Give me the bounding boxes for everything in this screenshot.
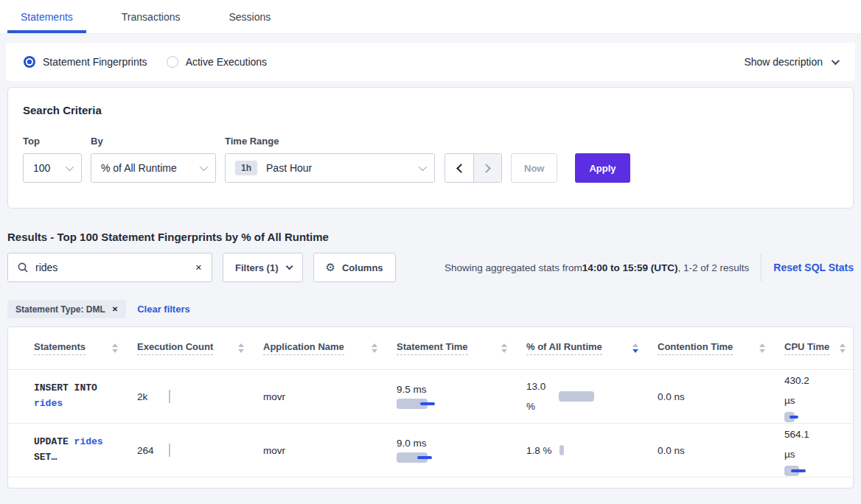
search-icon <box>18 262 28 273</box>
column-header-execution-count[interactable]: Execution Count <box>137 341 263 355</box>
view-mode-panel: Statement Fingerprints Active Executions… <box>6 43 855 81</box>
time-range-label: Time Range <box>225 136 435 147</box>
remove-filter-icon[interactable]: ✕ <box>112 305 118 313</box>
cpu-time-bar <box>784 466 843 476</box>
search-criteria-card: Search Criteria Top 100 By % of All Runt… <box>7 87 854 209</box>
stats-prefix: Showing aggregated stats from <box>445 262 582 273</box>
results-controls-row: ✕ Filters (1) ⚙ Columns Showing aggregat… <box>7 253 854 282</box>
contention-time-cell: 0.0 ns <box>658 445 784 456</box>
previous-time-range-button[interactable] <box>445 154 473 182</box>
statement-time-bar <box>397 399 456 409</box>
statement-cell: UPDATE rides SET… <box>34 435 122 466</box>
tab-statements[interactable]: Statements <box>7 0 86 33</box>
stats-time-range: 14:00 to 15:59 (UTC) <box>582 262 678 273</box>
cpu-time-cell: 564.1 µs <box>784 424 853 476</box>
application-name-cell: movr <box>263 445 397 456</box>
column-header-statements[interactable]: Statements <box>34 341 137 355</box>
vertical-divider <box>761 253 761 281</box>
pct-of-all-runtime-cell: 13.0 % <box>526 377 658 416</box>
columns-button[interactable]: ⚙ Columns <box>313 253 396 282</box>
apply-button[interactable]: Apply <box>575 153 630 183</box>
application-name-cell: movr <box>263 391 397 402</box>
pct-of-all-runtime-cell: 1.8 % <box>526 445 658 456</box>
time-range-value: Past Hour <box>266 162 312 174</box>
radio-statement-fingerprints-label: Statement Fingerprints <box>43 56 147 68</box>
search-criteria-title: Search Criteria <box>23 104 838 116</box>
filters-button-label: Filters (1) <box>235 262 279 273</box>
next-row-cutoff <box>8 477 853 488</box>
chevron-right-icon <box>481 164 491 173</box>
column-header-application-name[interactable]: Application Name <box>263 341 397 355</box>
results-heading: Results - Top 100 Statement Fingerprints… <box>7 231 854 243</box>
tab-transactions[interactable]: Transactions <box>108 0 194 33</box>
chevron-down-icon <box>285 262 293 270</box>
gear-icon: ⚙ <box>326 261 335 274</box>
tab-sessions[interactable]: Sessions <box>215 0 284 33</box>
chevron-down-icon <box>200 163 208 171</box>
columns-button-label: Columns <box>342 262 383 273</box>
time-range-pager <box>445 153 502 183</box>
now-button[interactable]: Now <box>511 153 557 183</box>
radio-statement-fingerprints[interactable]: Statement Fingerprints <box>24 56 147 68</box>
filter-chip-row: Statement Type: DML ✕ Clear filters <box>7 300 854 318</box>
radio-selected-icon <box>24 56 35 68</box>
clear-filters-link[interactable]: Clear filters <box>137 304 190 315</box>
time-range-field: Time Range 1h Past Hour <box>225 136 435 183</box>
next-time-range-button[interactable] <box>473 154 501 182</box>
chevron-down-icon <box>419 163 427 171</box>
top-tab-bar: Statements Transactions Sessions <box>0 0 861 34</box>
time-range-select[interactable]: 1h Past Hour <box>225 153 435 183</box>
by-field: By % of All Runtime <box>91 136 216 183</box>
top-field: Top 100 <box>23 136 82 183</box>
show-description-toggle[interactable]: Show description <box>744 56 837 68</box>
chevron-down-icon <box>66 163 74 171</box>
results-table: Statements Execution Count Application N… <box>7 326 854 489</box>
execution-count-cell: 264 <box>137 445 263 456</box>
column-header-statement-time[interactable]: Statement Time <box>397 341 526 355</box>
clear-search-icon[interactable]: ✕ <box>195 263 202 273</box>
table-header-row: Statements Execution Count Application N… <box>8 327 853 369</box>
aggregated-stats-text: Showing aggregated stats from 14:00 to 1… <box>445 262 749 273</box>
sort-icon <box>372 343 377 353</box>
statement-time-cell: 9.0 ms <box>397 438 526 463</box>
sort-icon <box>840 343 846 353</box>
chevron-left-icon <box>456 164 466 173</box>
search-input[interactable] <box>35 262 188 273</box>
statement-cell: INSERT INTO rides <box>34 381 122 412</box>
top-select[interactable]: 100 <box>23 153 82 183</box>
filter-chip-statement-type[interactable]: Statement Type: DML ✕ <box>7 300 126 318</box>
top-label: Top <box>23 136 82 147</box>
sort-icon <box>112 343 118 353</box>
by-label: By <box>91 136 216 147</box>
cpu-time-bar <box>784 412 843 422</box>
chevron-down-icon <box>832 57 840 65</box>
by-select[interactable]: % of All Runtime <box>91 153 216 183</box>
table-row: UPDATE rides SET… 264 movr 9.0 ms 1.8 % … <box>8 423 853 477</box>
execution-count-bar <box>169 390 170 403</box>
show-description-label: Show description <box>744 56 823 68</box>
column-header-contention-time[interactable]: Contention Time <box>658 341 784 355</box>
column-header-cpu-time[interactable]: CPU Time <box>784 341 853 355</box>
statement-fingerprint-link[interactable]: rides <box>74 436 103 447</box>
time-range-badge: 1h <box>235 161 257 175</box>
sort-desc-icon <box>632 343 638 353</box>
radio-active-executions-label: Active Executions <box>186 56 268 68</box>
radio-active-executions[interactable]: Active Executions <box>167 56 268 68</box>
by-select-value: % of All Runtime <box>101 162 177 174</box>
execution-count-cell: 2k <box>137 391 263 402</box>
statement-time-bar <box>397 452 456 463</box>
search-box: ✕ <box>7 253 212 282</box>
filter-chip-label: Statement Type: DML <box>15 304 105 315</box>
column-header-pct-of-all-runtime[interactable]: % of All Runtime <box>526 341 658 355</box>
sort-icon <box>238 343 244 353</box>
top-select-value: 100 <box>33 162 50 174</box>
contention-time-cell: 0.0 ns <box>658 391 784 402</box>
pct-runtime-bar <box>560 445 564 455</box>
filters-button[interactable]: Filters (1) <box>223 253 303 282</box>
radio-unselected-icon <box>167 56 178 68</box>
statement-fingerprint-link[interactable]: rides <box>34 398 63 409</box>
execution-count-bar <box>169 444 170 457</box>
stats-suffix: , 1-2 of 2 results <box>678 262 750 273</box>
reset-sql-stats-link[interactable]: Reset SQL Stats <box>773 262 854 273</box>
sort-icon <box>759 343 765 353</box>
